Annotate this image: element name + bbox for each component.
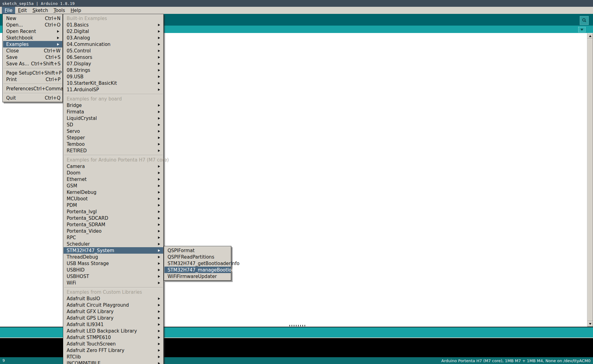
menu-item[interactable]: Servo (64, 128, 163, 134)
tab-menu-button[interactable] (578, 27, 586, 32)
menu-item[interactable]: Examples (3, 41, 62, 47)
menu-item-shortcut: Ctrl+Shift+P (32, 70, 62, 76)
menu-item[interactable]: Portenta_Video (64, 228, 163, 234)
menu-item[interactable]: STM32H747_System (64, 247, 163, 254)
menu-item[interactable]: USB Mass Storage (64, 260, 163, 267)
menu-item[interactable]: Examples for any board (64, 96, 163, 102)
menu-item[interactable]: SD (64, 121, 163, 128)
menu-item[interactable]: Ethernet (64, 176, 163, 182)
menu-item[interactable]: Portenta_SDRAM (64, 221, 163, 228)
menu-item[interactable]: Firmata (64, 108, 163, 115)
menu-item[interactable]: Adafruit ILI9341 (64, 321, 163, 328)
menu-item[interactable] (3, 92, 62, 95)
serial-monitor-button[interactable] (580, 16, 589, 25)
menu-item[interactable]: WiFiFirmwareUpdater (164, 273, 231, 280)
menu-item[interactable]: Adafruit BusIO (64, 295, 163, 302)
menubar-item[interactable]: Sketch (30, 7, 51, 14)
window-titlebar[interactable]: sketch_sep15a | Arduino 1.8.19 (0, 0, 593, 7)
menu-item-label: Ethernet (67, 177, 87, 182)
menu-item[interactable]: MCUboot (64, 195, 163, 202)
menu-item[interactable]: RTClib (64, 354, 163, 360)
submenu-arrow-icon (158, 236, 161, 239)
menu-item[interactable]: Sketchbook (3, 35, 62, 41)
menu-item[interactable] (3, 67, 62, 70)
menu-item[interactable]: Save Ctrl+S (3, 54, 62, 60)
menu-item[interactable]: RETIRED (64, 147, 163, 154)
menu-item[interactable]: Examples for Arduino Portenta H7 (M7 cor… (64, 157, 163, 163)
menu-item[interactable]: Examples from Custom Libraries (64, 289, 163, 295)
menu-item[interactable]: Built-in Examples (64, 15, 163, 22)
menu-item[interactable]: STM32H747_manageBootloader (164, 267, 231, 273)
menu-item[interactable]: LiquidCrystal (64, 115, 163, 121)
menu-item[interactable]: Quit Ctrl+Q (3, 95, 62, 101)
menu-item[interactable]: ThreadDebug (64, 254, 163, 260)
menu-item-label: QSPIFormat (168, 248, 195, 253)
menubar-item[interactable]: File (2, 7, 15, 14)
menu-item[interactable]: Open Recent (3, 28, 62, 35)
menu-item[interactable] (64, 93, 163, 96)
submenu-arrow-icon (158, 249, 161, 252)
menu-item[interactable]: Preferences Ctrl+Comma (3, 85, 62, 92)
menu-item[interactable]: Stepper (64, 134, 163, 141)
menu-item[interactable]: Page Setup Ctrl+Shift+P (3, 70, 62, 76)
menu-item[interactable]: WiFi (64, 280, 163, 286)
menu-item-label: Print (6, 77, 17, 82)
menu-item[interactable]: PDM (64, 202, 163, 208)
menu-item[interactable]: Close Ctrl+W (3, 47, 62, 54)
menu-item[interactable]: Adafruit TouchScreen (64, 341, 163, 347)
menu-item[interactable]: 04.Communication (64, 41, 163, 47)
menu-item[interactable]: INCOMPATIBLE (64, 360, 163, 364)
menu-item[interactable]: New Ctrl+N (3, 15, 62, 22)
menu-item[interactable]: Save As... Ctrl+Shift+S (3, 60, 62, 67)
menu-item[interactable]: 06.Sensors (64, 54, 163, 60)
menu-item[interactable]: 09.USB (64, 73, 163, 80)
menu-item[interactable]: 05.Control (64, 47, 163, 54)
editor-scrollbar[interactable] (587, 33, 593, 327)
menu-item[interactable]: RPC (64, 234, 163, 241)
menubar-item[interactable]: Tools (51, 7, 68, 14)
menu-item[interactable]: Portenta_lvgl (64, 208, 163, 215)
menu-item[interactable]: 02.Digital (64, 28, 163, 35)
menu-item[interactable]: KernelDebug (64, 189, 163, 195)
menu-item[interactable]: 01.Basics (64, 22, 163, 28)
menu-item[interactable]: Open... Ctrl+O (3, 22, 62, 28)
menu-item[interactable]: Adafruit GFX Library (64, 308, 163, 315)
menu-item[interactable]: USBHID (64, 267, 163, 273)
menu-item[interactable]: Temboo (64, 141, 163, 147)
menu-item[interactable] (64, 154, 163, 157)
menu-item[interactable]: STM32H747_getBootloaderInfo (164, 260, 231, 267)
scroll-up-button[interactable] (587, 33, 593, 39)
menu-item[interactable]: GSM (64, 182, 163, 189)
menu-item[interactable]: Doom (64, 170, 163, 176)
scrollbar-thumb[interactable] (587, 39, 593, 321)
menu-item[interactable]: 08.Strings (64, 67, 163, 73)
menu-item[interactable] (3, 83, 62, 85)
menu-item-label: Portenta_SDCARD (67, 215, 108, 221)
menu-item[interactable]: Adafruit Zero FFT Library (64, 347, 163, 354)
menu-item[interactable]: Adafruit Circuit Playground (64, 302, 163, 308)
menu-item[interactable]: Portenta_SDCARD (64, 215, 163, 221)
console-resize-grip[interactable] (289, 325, 305, 326)
menu-item[interactable]: 11.ArduinoISP (64, 86, 163, 93)
menu-item[interactable]: QSPIFormat (164, 247, 231, 254)
menu-item-label: GSM (67, 183, 77, 189)
menu-item[interactable]: 03.Analog (64, 35, 163, 41)
scroll-down-button[interactable] (587, 321, 593, 327)
menu-item[interactable]: 07.Display (64, 60, 163, 67)
menu-item[interactable]: Camera (64, 163, 163, 170)
file-menu: New Ctrl+N Open... Ctrl+O Open Recent Sk… (2, 14, 63, 102)
submenu-arrow-icon (158, 82, 161, 84)
menu-item[interactable]: Bridge (64, 102, 163, 108)
menu-item[interactable]: QSPIFReadPartitions (164, 254, 231, 260)
menu-item[interactable]: USBHOST (64, 273, 163, 280)
menubar-item[interactable]: Edit (15, 7, 30, 14)
menu-item[interactable]: 10.StarterKit_BasicKit (64, 80, 163, 86)
menu-item[interactable] (64, 286, 163, 289)
menu-item[interactable]: Adafruit LED Backpack Library (64, 328, 163, 334)
menu-item[interactable]: Print Ctrl+P (3, 76, 62, 83)
menu-item[interactable]: Adafruit GPS Library (64, 315, 163, 321)
menu-item-label: 10.StarterKit_BasicKit (67, 80, 117, 86)
menu-item[interactable]: Scheduler (64, 241, 163, 247)
menu-item[interactable]: Adafruit STMPE610 (64, 334, 163, 341)
menubar-item[interactable]: Help (68, 7, 84, 14)
